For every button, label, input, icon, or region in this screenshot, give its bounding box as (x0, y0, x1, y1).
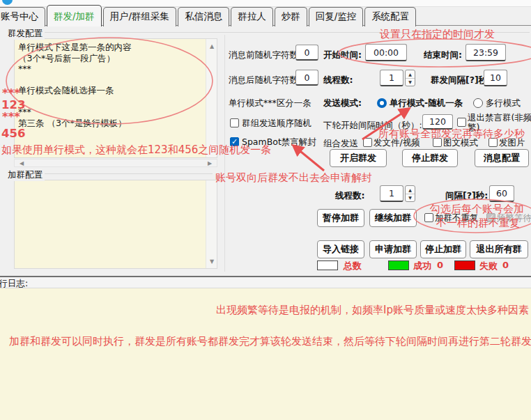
tab-user-group-collect[interactable]: 用户/群组采集 (103, 7, 177, 26)
success-count: 0 (437, 260, 443, 270)
pre-random-input[interactable] (295, 45, 318, 61)
apply-join-button[interactable]: 申请加群 (369, 240, 417, 258)
join-interval-input[interactable] (489, 185, 514, 202)
random-order-label[interactable]: 群组发送顺序随机 (242, 118, 311, 130)
send-threads-stepper[interactable]: ▲▼ (405, 70, 415, 86)
tab-group-invite[interactable]: 群拉人 (231, 7, 273, 26)
send-interval-label: 群发间隔[?]秒: (431, 75, 491, 86)
stop-join-button[interactable]: 停止加群 (420, 240, 466, 258)
message-template-textarea[interactable]: 单行模式下这是第一条的内容 （3个*号后新一段广告） *** 单行模式会随机选择… (14, 38, 217, 158)
pre-random-label: 消息前随机字符数: (229, 49, 301, 61)
resume-join-button[interactable]: 继续加群 (369, 209, 417, 227)
mode-multi-radio[interactable] (473, 98, 483, 108)
join-config-group-border (42, 173, 213, 174)
join-threads-input[interactable] (380, 185, 403, 202)
arrow-to-spambot (293, 146, 324, 171)
annotation-single-mode-note: 如果使用单行模式，这种就会在123和456之间随机发一条 (1, 143, 271, 157)
join-threads-label: 线程数: (335, 190, 365, 202)
success-label: 成功 (413, 260, 431, 272)
mode-multi-label[interactable]: 多行模式 (486, 98, 521, 109)
pause-join-button[interactable]: 暂停加群 (317, 209, 364, 227)
scroll-up-icon[interactable]: ▲ (206, 40, 217, 52)
tab-private-message[interactable]: 私信消息 (178, 7, 229, 26)
tab-account-center[interactable]: 账号中心 (0, 7, 45, 26)
join-interval-label: 间隔[?]秒: (445, 190, 488, 202)
send-mode-label: 发送模式: (323, 98, 362, 109)
send-config-group-label: 群发配置 (6, 28, 45, 40)
exit-all-groups-button[interactable]: 退出所有群 (470, 240, 528, 258)
total-swatch (317, 260, 338, 270)
combo-send-label: 组合发送 (323, 138, 358, 150)
start-time-label: 开始时间: (323, 49, 362, 61)
tab-bar: 账号中心 群发/加群 用户/群组采集 私信消息 群拉人 炒群 回复/监控 系统配… (0, 6, 531, 26)
stop-broadcast-button[interactable]: 停止群发 (402, 149, 458, 167)
start-broadcast-button[interactable]: 开启群发 (330, 149, 387, 167)
tab-chat-boost[interactable]: 炒群 (275, 7, 307, 26)
app-window: 账号中心 群发/加群 用户/群组采集 私信消息 群拉人 炒群 回复/监控 系统配… (0, 0, 531, 420)
join-vertical-scrollbar[interactable]: ▼ (206, 180, 217, 268)
post-random-input[interactable] (295, 70, 318, 86)
template-horizontal-scrollbar[interactable]: ◀ ▶ (14, 159, 217, 167)
success-swatch (388, 260, 409, 270)
annotation-stars-bottom: *** (2, 110, 20, 123)
scroll-left-icon[interactable]: ◀ (16, 160, 27, 166)
tab-system-config[interactable]: 系统配置 (364, 7, 416, 26)
message-template-text: 单行模式下这是第一条的内容 （3个*号后新一段广告） *** 单行模式会随机选择… (18, 42, 203, 128)
annotation-log-note-1: 出现频繁等待是电报的机制，如频率Ip账号质量或速度太快多种因素 (216, 304, 529, 317)
end-time-label: 结束时间: (424, 49, 462, 61)
send-file-checkbox[interactable] (363, 138, 372, 147)
template-vertical-scrollbar[interactable]: ▲ (206, 39, 217, 157)
annotation-num-456: 456 (1, 127, 25, 140)
random-order-checkbox[interactable] (230, 118, 239, 127)
stepper-up-icon[interactable]: ▲ (406, 70, 415, 79)
tab-reply-monitor[interactable]: 回复/监控 (309, 7, 364, 26)
annotation-wait-note: 所有账号全部发完再等待多少秒 (378, 127, 525, 141)
send-threads-label: 线程数: (323, 75, 353, 86)
log-header: 执行日志: (0, 277, 531, 288)
annotation-norepeat-note-1: 勾选后每个账号会加 (430, 203, 524, 216)
exit-muted-checkbox[interactable] (457, 118, 466, 127)
start-time-input[interactable] (365, 44, 407, 61)
total-label: 总数 (344, 260, 362, 272)
fail-count: 0 (502, 260, 509, 270)
send-threads-input[interactable] (380, 70, 403, 86)
fail-swatch (454, 260, 475, 270)
stepper-down-icon[interactable]: ▼ (406, 194, 415, 202)
scroll-down-icon[interactable]: ▼ (206, 256, 217, 267)
annotation-norepeat-note-2: 不一样的群不重复 (436, 217, 520, 230)
join-threads-stepper[interactable]: ▲▼ (405, 185, 415, 202)
stepper-down-icon[interactable]: ▼ (406, 79, 415, 86)
mode-single-label[interactable]: 单行模式-随机一条 (390, 98, 463, 109)
app-icon (2, 0, 13, 5)
stepper-up-icon[interactable]: ▲ (406, 186, 415, 194)
scroll-right-icon[interactable]: ▶ (204, 160, 215, 166)
mode-single-radio[interactable] (377, 98, 387, 108)
annotation-time-note: 设置只在指定的时间才发 (380, 28, 495, 41)
post-random-label: 消息后随机字符数: (229, 75, 301, 86)
tab-send-join[interactable]: 群发/加群 (47, 5, 102, 26)
message-config-button[interactable]: 消息配置 (475, 149, 529, 167)
join-config-group-label: 加群配置 (6, 169, 45, 181)
import-links-button[interactable]: 导入链接 (317, 240, 364, 258)
single-mode-hint-label: 单行模式***区分一条 (229, 98, 311, 109)
send-interval-input[interactable] (484, 70, 507, 86)
annotation-unban-note: 账号双向后群发不出去会申请解封 (215, 171, 372, 185)
log-label: 执行日志: (0, 278, 28, 288)
fail-label: 失败 (479, 260, 498, 272)
join-links-textarea[interactable]: ▼ (14, 180, 217, 269)
annotation-log-note-2: 加群和群发可以同时执行，群发是所有账号都群发完才算该轮发送结束，然后等待下轮间隔… (9, 335, 531, 348)
end-time-input[interactable] (465, 44, 506, 61)
